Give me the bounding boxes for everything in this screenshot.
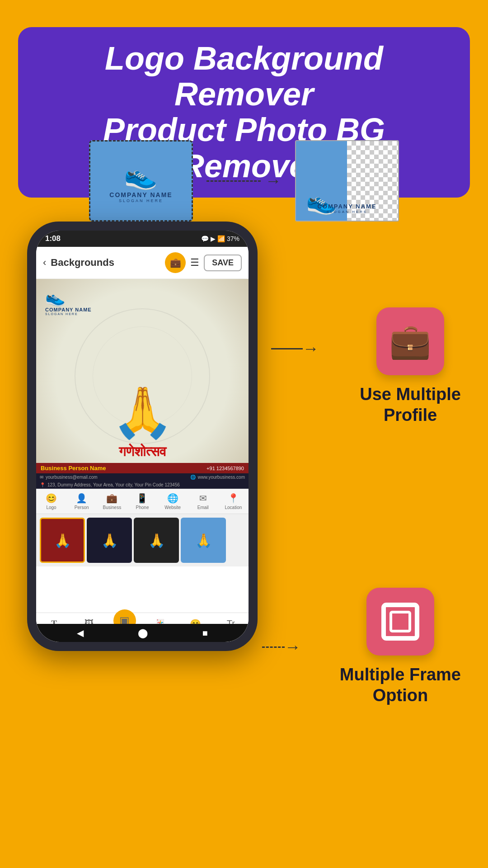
callout-profile: 💼 Use Multiple Profile <box>360 307 461 425</box>
category-website-label: Website <box>164 505 181 510</box>
phone-home-bar: ◀ ⬤ ■ <box>36 624 249 642</box>
website-text: www.yourbusiness.com <box>198 475 245 480</box>
frame-icon-box <box>366 588 434 656</box>
thumb-1[interactable]: 🙏 <box>40 518 85 563</box>
thumb-3[interactable]: 🙏 <box>134 518 179 563</box>
business-cat-icon: 💼 <box>106 493 117 504</box>
phone-mockup: 1:08 💬 ▶ 📶 37% ‹ Backgrounds 💼 ☰ SAVE <box>27 222 258 651</box>
save-button[interactable]: SAVE <box>204 255 242 271</box>
callout-frame: Multiple Frame Option <box>340 588 461 706</box>
profile-button[interactable]: 💼 <box>165 252 186 273</box>
arrow-to-frame: → <box>262 637 301 656</box>
phone-cat-icon: 📱 <box>136 493 148 504</box>
battery-indicator: 37% <box>227 235 239 242</box>
email-text: yourbusiness@email.com <box>46 475 98 480</box>
category-person-label: Person <box>75 505 89 510</box>
status-icons: 💬 ▶ 📶 37% <box>201 235 239 242</box>
logo-arrow: → <box>206 171 282 190</box>
frame-icon-svg <box>380 601 421 642</box>
category-email[interactable]: ✉ Email <box>188 489 218 514</box>
business-person-name: Business Person Name <box>41 465 106 472</box>
whatsapp-icon: 💬 <box>201 235 209 242</box>
template-thumbnails: 🙏 🙏 🙏 🙏 <box>36 514 249 566</box>
category-location-label: Location <box>225 505 242 510</box>
slogan-after: SLOGAN HERE <box>296 210 398 214</box>
arrow-to-profile: → <box>271 339 319 358</box>
header-title-line1: Logo Background Remover <box>41 41 447 112</box>
category-location[interactable]: 📍 Location <box>218 489 249 514</box>
youtube-icon: ▶ <box>211 235 216 242</box>
profile-callout-text: Use Multiple Profile <box>360 384 461 425</box>
category-email-label: Email <box>197 505 209 510</box>
canvas-logo: 👟 COMPANY NAME SLOGAN HERE <box>45 288 92 316</box>
canvas-company-name: COMPANY NAME <box>45 307 92 312</box>
category-phone[interactable]: 📱 Phone <box>127 489 157 514</box>
logo-demo-section: 👟 COMPANY NAME SLOGAN HERE → 👟 COMPANY N… <box>27 140 461 222</box>
email-icon: ✉ <box>40 475 43 480</box>
layers-button[interactable]: ☰ <box>190 257 199 269</box>
info-row-address: 📍 123, Dummy Address, Your Area, Your ci… <box>36 481 249 489</box>
app-topbar: ‹ Backgrounds 💼 ☰ SAVE <box>36 247 249 279</box>
thumb-2[interactable]: 🙏 <box>87 518 132 563</box>
thumb-4[interactable]: 🙏 <box>181 518 226 563</box>
back-button[interactable]: ‹ <box>43 257 46 269</box>
slogan-before: SLOGAN HERE <box>109 198 172 203</box>
hindi-festival-title: गणेशोत्सव <box>36 444 249 460</box>
info-row-email: ✉ yourbusiness@email.com 🌐 www.yourbusin… <box>36 473 249 481</box>
recents-btn[interactable]: ■ <box>202 628 208 638</box>
category-logo[interactable]: 😊 Logo <box>36 489 66 514</box>
canvas-slogan: SLOGAN HERE <box>45 312 92 316</box>
status-bar: 1:08 💬 ▶ 📶 37% <box>36 231 249 247</box>
profile-icon-box: 💼 <box>376 307 444 375</box>
back-home-btn[interactable]: ◀ <box>77 627 84 638</box>
canvas-area[interactable]: 👟 COMPANY NAME SLOGAN HERE 🙏 गणेशोत्सव B… <box>36 279 249 473</box>
canvas-shoe-icon: 👟 <box>45 288 92 307</box>
category-website[interactable]: 🌐 Website <box>158 489 188 514</box>
person-cat-icon: 👤 <box>76 493 87 504</box>
arrow-icon: → <box>265 171 282 190</box>
frame-callout-text: Multiple Frame Option <box>340 665 461 706</box>
location-cat-icon: 📍 <box>228 493 239 504</box>
logo-after: 👟 COMPANY NAME SLOGAN HERE <box>295 140 399 222</box>
topbar-title: Backgrounds <box>51 257 160 269</box>
briefcase-icon: 💼 <box>389 321 432 361</box>
location-icon: 📍 <box>40 482 45 487</box>
logo-cat-icon: 😊 <box>46 493 57 504</box>
category-phone-label: Phone <box>136 505 149 510</box>
ganesha-image: 🙏 <box>112 387 174 437</box>
company-name-before: COMPANY NAME <box>109 191 172 198</box>
website-cat-icon: 🌐 <box>167 493 178 504</box>
signal-icon: 📶 <box>217 235 225 242</box>
website-icon: 🌐 <box>190 475 196 480</box>
shoe-icon-before: 👟 <box>109 159 172 191</box>
business-bar: Business Person Name +91 1234567890 <box>36 463 249 473</box>
email-cat-icon: ✉ <box>199 493 207 504</box>
home-btn[interactable]: ⬤ <box>138 627 148 638</box>
logo-before: 👟 COMPANY NAME SLOGAN HERE <box>89 140 193 222</box>
category-person[interactable]: 👤 Person <box>66 489 97 514</box>
category-business-label: Business <box>103 505 122 510</box>
category-business[interactable]: 💼 Business <box>97 489 127 514</box>
company-name-after: COMPANY NAME <box>296 203 398 210</box>
address-text: 123, Dummy Address, Your Area, Your city… <box>47 482 180 487</box>
business-phone: +91 1234567890 <box>206 466 244 471</box>
category-logo-label: Logo <box>46 505 56 510</box>
status-time: 1:08 <box>45 234 61 243</box>
category-bar: 😊 Logo 👤 Person 💼 Business 📱 Phone 🌐 <box>36 489 249 514</box>
